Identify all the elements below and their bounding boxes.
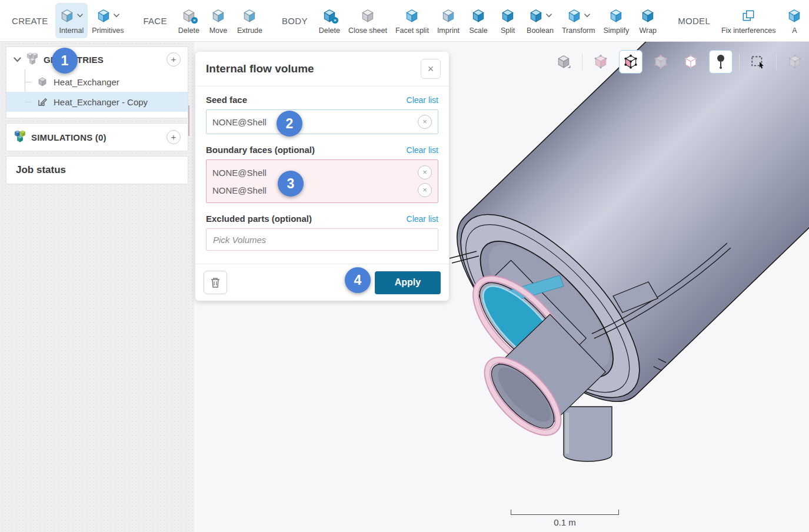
job-status-card[interactable]: Job status (6, 156, 188, 184)
toolbar-item-scale[interactable]: Scale (464, 3, 493, 38)
left-panel: GEOMETRIES + Heat_Exchanger Heat_Exchang… (0, 42, 194, 532)
add-geometry-button[interactable]: + (167, 52, 181, 66)
move-face-icon (211, 8, 226, 24)
excluded-parts-label: Excluded parts (optional) (206, 214, 312, 224)
remove-seed-face-button[interactable]: × (418, 115, 432, 129)
select-assembly-button[interactable] (783, 50, 807, 74)
panel-resize-grip[interactable] (188, 105, 192, 121)
probe-point-button[interactable] (709, 50, 733, 74)
simulations-title: SIMULATIONS (0) (31, 132, 162, 142)
toolbar-item-internal[interactable]: Internal (55, 3, 88, 38)
facet-split-icon (404, 8, 420, 24)
seed-clear-list-link[interactable]: Clear list (407, 95, 438, 105)
toolbar-item-simplify[interactable]: Simplify (599, 3, 633, 38)
toolbar-item-body-delete[interactable]: × Delete (315, 3, 344, 38)
toolbar-item-imprint[interactable]: Imprint (433, 3, 464, 38)
boundary-face-item: NONE@Shell × (212, 164, 432, 181)
step-badge-1: 1 (52, 48, 78, 74)
toolbar-item-boolean[interactable]: Boolean (522, 3, 558, 38)
seed-face-item: NONE@Shell × (212, 113, 432, 131)
step-badge-3: 3 (278, 171, 304, 197)
divider (776, 54, 777, 70)
trash-icon (210, 277, 221, 288)
truncated-tool-icon (787, 8, 802, 24)
toolbar-group-body: BODY × Delete Close sheet Facet split Im… (278, 0, 662, 41)
simulations-card: SIMULATIONS (0) + (6, 123, 188, 151)
geometry-icon (37, 77, 48, 87)
select-volume-button[interactable] (589, 50, 612, 74)
boundary-faces-listbox[interactable]: NONE@Shell × NONE@Shell × (206, 159, 438, 203)
toolbar-item-close-sheet[interactable]: Close sheet (344, 3, 391, 38)
delete-body-icon: × (322, 8, 337, 24)
apply-button[interactable]: Apply (375, 271, 441, 294)
divider (582, 54, 582, 70)
add-simulation-button[interactable]: + (167, 130, 181, 144)
tree-item-heat-exchanger[interactable]: Heat_Exchanger (6, 72, 188, 92)
divider (739, 54, 740, 70)
toolbar-item-facet-split[interactable]: Facet split (391, 3, 433, 38)
toolbar-item-primitives[interactable]: Primitives (88, 3, 128, 38)
excluded-clear-list-link[interactable]: Clear list (407, 214, 438, 224)
remove-boundary-face-button[interactable]: × (418, 165, 432, 179)
geometries-icon (26, 53, 39, 66)
collapse-chevron-icon[interactable] (14, 57, 21, 62)
extrude-face-icon (242, 8, 257, 24)
edit-pencil-icon (37, 97, 48, 107)
seed-face-label: Seed face (206, 95, 247, 105)
scale-icon (471, 8, 486, 24)
excluded-parts-input[interactable] (206, 228, 438, 251)
toolbar-group-model: MODEL Fix interferences A (674, 0, 809, 41)
model-nozzle (564, 407, 612, 461)
remove-boundary-face-button[interactable]: × (418, 183, 432, 197)
geometries-card: GEOMETRIES + Heat_Exchanger Heat_Exchang… (6, 46, 188, 118)
boundary-face-value: NONE@Shell (212, 185, 267, 195)
delete-operation-button[interactable] (204, 271, 227, 294)
primitives-icon (96, 8, 111, 24)
transform-icon (567, 8, 582, 24)
display-mode-button[interactable] (552, 50, 575, 74)
close-icon[interactable]: × (421, 59, 441, 79)
boundary-face-item: NONE@Shell × (212, 181, 432, 199)
toolbar-group-face: FACE × Delete Move Extrude (139, 0, 267, 41)
excluded-parts-section: Excluded parts (optional) Clear list (206, 214, 438, 251)
scale-bar-label: 0.1 m (511, 517, 619, 527)
seed-face-value: NONE@Shell (212, 117, 267, 127)
toolbar-group-label: MODEL (678, 16, 710, 26)
chevron-down-icon[interactable] (114, 14, 119, 18)
dialog-title: Internal flow volume (206, 62, 314, 75)
seed-face-section: Seed face Clear list NONE@Shell × (206, 95, 438, 134)
tree-item-heat-exchanger-copy[interactable]: Heat_Exchanger - Copy (6, 92, 188, 112)
toolbar-item-split[interactable]: Split (493, 3, 522, 38)
toolbar-item-transform[interactable]: Transform (558, 3, 600, 38)
chevron-down-icon[interactable] (546, 14, 552, 18)
toolbar-item-face-delete[interactable]: × Delete (174, 3, 204, 38)
select-edge-button[interactable] (679, 50, 703, 74)
toolbar-item-face-extrude[interactable]: Extrude (233, 3, 267, 38)
select-face-button[interactable] (619, 50, 642, 74)
wrap-icon (640, 8, 655, 24)
toolbar-item-wrap[interactable]: Wrap (633, 3, 662, 38)
toolbar-item-truncated[interactable]: A (780, 3, 809, 38)
toolbar-group-label: CREATE (12, 16, 48, 26)
boundary-faces-section: Boundary faces (optional) Clear list NON… (206, 145, 438, 203)
internal-flow-cube-icon (59, 8, 75, 24)
toolbar-group-create: CREATE Internal Primitives (8, 0, 128, 41)
chevron-down-icon[interactable] (77, 14, 83, 18)
scale-bar-line (511, 510, 619, 515)
toolbar-item-fix-interferences[interactable]: Fix interferences (717, 3, 780, 38)
simplify-icon (608, 8, 624, 24)
scale-bar: 0.1 m (511, 510, 619, 527)
toolbar-group-label: BODY (282, 16, 308, 26)
toolbar-item-face-move[interactable]: Move (204, 3, 233, 38)
boundary-face-value: NONE@Shell (212, 168, 267, 178)
boundary-clear-list-link[interactable]: Clear list (407, 145, 438, 155)
internal-flow-volume-dialog: Internal flow volume × Seed face Clear l… (195, 52, 449, 301)
seed-face-listbox[interactable]: NONE@Shell × (206, 109, 438, 134)
split-icon (500, 8, 515, 24)
box-select-button[interactable] (746, 50, 770, 74)
viewport-toolbar (552, 50, 807, 74)
chevron-down-icon[interactable] (584, 14, 590, 18)
fix-interferences-icon (741, 8, 756, 24)
select-vertex-button[interactable] (649, 50, 672, 74)
step-badge-4: 4 (345, 267, 371, 293)
